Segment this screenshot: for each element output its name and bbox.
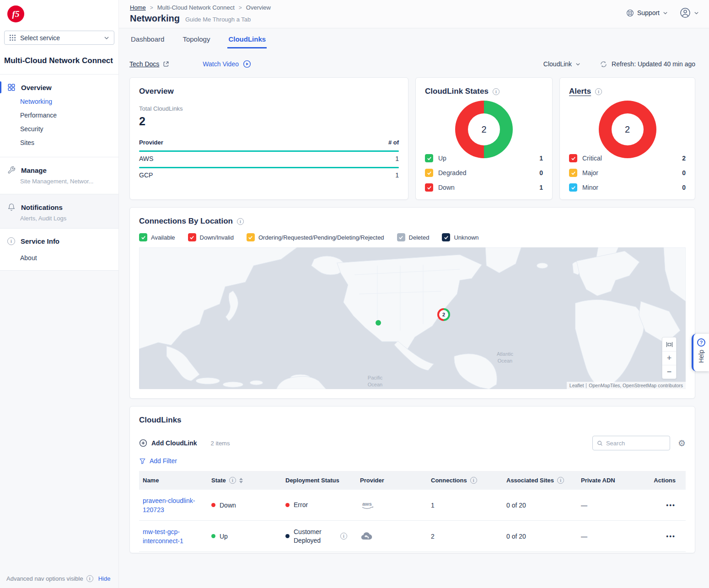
world-map[interactable]: Atlantic Ocean Pacific Ocean 2 + − (139, 247, 686, 389)
sidebar-item-networking[interactable]: Networking (0, 95, 118, 108)
checkbox-major[interactable] (569, 169, 577, 177)
private-adn-cell: — (577, 527, 646, 545)
search-input[interactable] (606, 440, 666, 447)
deployment-label: Customer Deployed (294, 528, 332, 545)
items-count: 2 items (211, 440, 230, 447)
hide-nav-link[interactable]: Hide (98, 575, 111, 582)
map-cluster-marker[interactable]: 2 (437, 308, 450, 321)
cloudlink-link[interactable]: praveen-cloudlink-120723 (143, 496, 204, 514)
cloudlink-link[interactable]: mw-test-gcp-interconnect-1 (143, 527, 204, 545)
select-service-label: Select service (20, 34, 100, 42)
alerts-card-title[interactable]: Alerts (569, 87, 591, 96)
sidebar-item-sites[interactable]: Sites (0, 136, 118, 150)
tab-topology[interactable]: Topology (182, 35, 211, 48)
row-actions-menu[interactable]: ••• (646, 496, 686, 514)
leaflet-link[interactable]: Leaflet (569, 383, 584, 388)
guide-me-link[interactable]: Guide Me Through a Tab (185, 16, 251, 23)
cloudlink-scope-dropdown[interactable]: CloudLink (543, 60, 580, 68)
checkbox-deleted[interactable] (397, 233, 405, 241)
sidebar-item-manage[interactable]: Manage (0, 163, 118, 177)
map-marker-available[interactable] (376, 320, 381, 326)
sidebar-item-service-info[interactable]: i Service Info (0, 234, 118, 248)
checkbox-ordering[interactable] (247, 233, 255, 241)
col-provider[interactable]: Provider (356, 471, 427, 490)
table-row: mw-test-gcp-interconnect-1 Up Customer D… (139, 521, 686, 552)
sort-toggle[interactable] (239, 478, 243, 483)
support-menu[interactable]: Support (626, 9, 668, 17)
col-private-adn[interactable]: Private ADN (577, 471, 646, 490)
map-fit-bounds-button[interactable] (662, 337, 676, 351)
col-state[interactable]: State i (208, 471, 282, 490)
table-body: praveen-cloudlink-120723 Down Error (139, 490, 686, 552)
map-zoom-out-button[interactable]: − (662, 365, 676, 379)
tab-cloudlinks[interactable]: CloudLinks (227, 35, 267, 48)
checkbox-down-invalid[interactable] (188, 233, 196, 241)
title-row: Networking Guide Me Through a Tab (130, 13, 698, 24)
f5-logo[interactable]: f5 (7, 5, 24, 22)
checkbox-degraded[interactable] (425, 169, 433, 177)
add-filter-button[interactable]: Add Filter (139, 457, 686, 465)
add-cloudlink-button[interactable]: Add CloudLink (139, 439, 197, 447)
breadcrumb-product[interactable]: Multi-Cloud Network Connect (157, 4, 235, 11)
tech-docs-link[interactable]: Tech Docs (129, 60, 169, 68)
row-actions-menu[interactable]: ••• (646, 527, 686, 545)
help-tab[interactable]: ? Help (692, 334, 709, 371)
info-icon[interactable]: i (86, 575, 93, 582)
col-name[interactable]: Name (139, 471, 208, 490)
check-icon (248, 235, 253, 240)
logo-wrap: f5 (0, 0, 118, 25)
check-icon (427, 171, 432, 176)
sidebar-item-notifications[interactable]: Notifications (0, 200, 118, 214)
state-dot (211, 503, 215, 507)
legend-label: Down (438, 184, 455, 191)
info-icon[interactable]: i (595, 88, 602, 95)
search-box (592, 436, 670, 450)
breadcrumb-home-link[interactable]: Home (130, 4, 146, 11)
checkbox-available[interactable] (139, 233, 147, 241)
col-deployment-status[interactable]: Deployment Status (282, 471, 356, 490)
map-zoom-in-button[interactable]: + (662, 351, 676, 365)
col-associated-sites[interactable]: Associated Sites i (503, 471, 577, 490)
associated-sites-cell: 0 of 20 (503, 496, 577, 514)
info-icon[interactable]: i (470, 477, 477, 484)
fit-bounds-icon (666, 342, 673, 347)
play-video-icon (243, 60, 251, 68)
info-icon[interactable]: i (237, 218, 244, 225)
gear-icon[interactable]: ⚙ (678, 439, 686, 448)
checkbox-down[interactable] (425, 183, 433, 192)
account-menu[interactable] (680, 7, 699, 18)
count-col-header: # of (388, 139, 399, 146)
select-service-dropdown[interactable]: Select service (4, 31, 114, 45)
checkbox-critical[interactable] (569, 154, 577, 162)
col-connections[interactable]: Connections i (427, 471, 503, 490)
sidebar-item-security[interactable]: Security (0, 122, 118, 136)
checkbox-minor[interactable] (569, 183, 577, 192)
filter-label: Available (151, 234, 175, 241)
info-icon[interactable]: i (229, 477, 236, 484)
info-icon[interactable]: i (340, 533, 347, 540)
sidebar-item-performance[interactable]: Performance (0, 108, 118, 122)
provider-name: GCP (139, 171, 153, 179)
check-icon (189, 235, 194, 240)
filter-down-invalid: Down/Invalid (188, 233, 234, 241)
watch-video-link[interactable]: Watch Video (203, 60, 251, 68)
sidebar-item-about[interactable]: About (0, 251, 118, 265)
nav-group-manage: Manage Site Management, Networ... (0, 157, 118, 191)
checkbox-up[interactable] (425, 154, 433, 162)
service-info-label: Service Info (21, 237, 59, 245)
checkbox-unknown[interactable] (442, 233, 450, 241)
sidebar-item-overview[interactable]: Overview (0, 80, 118, 95)
external-link-icon (163, 61, 169, 67)
state-cell: Down (208, 496, 282, 514)
refresh-button[interactable]: Refresh: Updated 40 min ago (600, 60, 695, 68)
provider-col-header: Provider (139, 139, 163, 146)
legend-value: 0 (539, 169, 543, 176)
alerts-total: 2 (625, 124, 630, 135)
col-state-label: State (211, 477, 226, 484)
info-icon[interactable]: i (557, 477, 564, 484)
associated-sites-cell: 0 of 20 (503, 527, 577, 545)
info-icon[interactable]: i (493, 88, 500, 95)
breadcrumb: Home > Multi-Cloud Network Connect > Ove… (130, 4, 698, 11)
wrench-icon (7, 166, 16, 174)
tab-dashboard[interactable]: Dashboard (130, 35, 165, 48)
